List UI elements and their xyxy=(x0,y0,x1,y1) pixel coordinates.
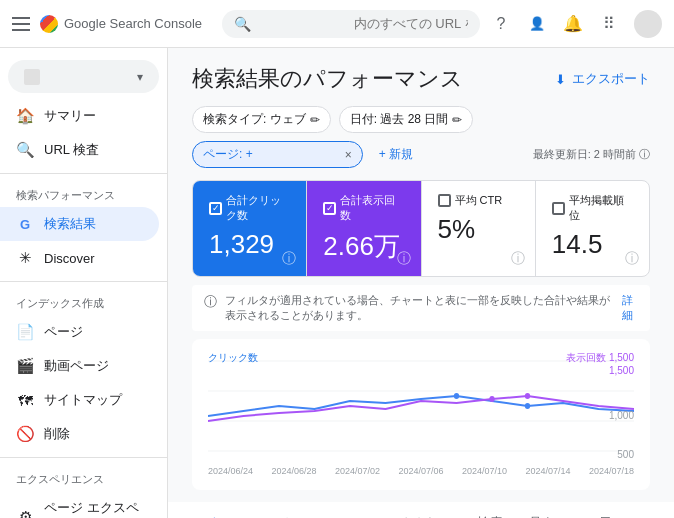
sidebar-item-label: 削除 xyxy=(44,425,70,443)
sidebar-item-search-results[interactable]: G 検索結果 xyxy=(0,207,159,241)
header-icons: ? 👤 🔔 ⠿ xyxy=(490,10,662,38)
sidebar-item-label: サマリー xyxy=(44,107,96,125)
remove-icon: 🚫 xyxy=(16,425,34,443)
metric-info-icon[interactable]: ⓘ xyxy=(282,250,296,268)
metric-card-position: 平均掲載順位 14.5 ⓘ xyxy=(536,181,649,276)
sidebar-item-label: サイトマップ xyxy=(44,391,122,409)
export-button[interactable]: ⬇ エクスポート xyxy=(555,70,650,88)
svg-point-6 xyxy=(489,396,494,402)
info-icon: ⓘ xyxy=(204,293,217,311)
search-bar[interactable]: 🔍 xyxy=(222,10,480,38)
sidebar-item-page-experience[interactable]: ⚙ ページ エクスペリエンス xyxy=(0,491,159,518)
search-performance-section-header: 検索パフォーマンス xyxy=(0,180,167,207)
sidebar-item-discover[interactable]: ✳ Discover xyxy=(0,241,159,275)
discover-icon: ✳ xyxy=(16,249,34,267)
filter-chip-date[interactable]: 日付: 過去 28 日間 ✏ xyxy=(339,106,474,133)
info-bar: ⓘ フィルタが適用されている場合、チャートと表に一部を反映した合計や結果が表示さ… xyxy=(192,285,650,331)
tab-pages[interactable]: ページ xyxy=(262,502,332,518)
ctr-checkbox[interactable] xyxy=(438,194,451,207)
sidebar-nav: 🏠 サマリー 🔍 URL 検査 検索パフォーマンス G 検索結果 ✳ Disco… xyxy=(0,97,167,518)
google-logo-icon xyxy=(40,15,58,33)
chart-y-bottom: 500 xyxy=(617,449,634,460)
metric-info-icon[interactable]: ⓘ xyxy=(511,250,525,268)
sitemap-icon: 🗺 xyxy=(16,391,34,409)
tabs-row: クエリ ページ 国 デバイス 検索での見え方 日付 ≡ xyxy=(168,502,674,518)
x-label-2: 2024/07/02 xyxy=(335,466,380,476)
info-icon: ⓘ xyxy=(639,148,650,160)
sidebar-item-video-pages[interactable]: 🎬 動画ページ xyxy=(0,349,159,383)
tab-devices[interactable]: デバイス xyxy=(378,502,461,518)
tab-queries[interactable]: クエリ xyxy=(192,502,262,518)
metric-card-clicks: 合計クリック数 1,329 ⓘ xyxy=(193,181,307,276)
download-icon: ⬇ xyxy=(555,72,566,87)
tab-search-appearance[interactable]: 検索での見え方 xyxy=(461,502,583,518)
chart-y-label-impressions: 表示回数 1,500 1,500 xyxy=(566,351,634,376)
clicks-checkbox[interactable] xyxy=(209,202,222,215)
metric-card-ctr: 平均 CTR 5% ⓘ xyxy=(422,181,536,276)
page-header: 検索結果のパフォーマンス ⬇ エクスポート xyxy=(168,48,674,106)
metric-card-impressions: 合計表示回数 2.66万 ⓘ xyxy=(307,181,421,276)
metric-info-icon[interactable]: ⓘ xyxy=(397,250,411,268)
metric-value-position: 14.5 xyxy=(552,229,633,260)
new-filter-button[interactable]: + 新規 xyxy=(371,142,421,167)
info-link[interactable]: 詳細 xyxy=(622,293,638,323)
home-icon: 🏠 xyxy=(16,107,34,125)
svg-point-5 xyxy=(525,403,530,409)
metric-label-impressions: 合計表示回数 xyxy=(323,193,404,223)
edit-icon: ✏ xyxy=(452,113,462,127)
filter-chip-page[interactable]: ページ: + × xyxy=(192,141,363,168)
sidebar-item-label: 動画ページ xyxy=(44,357,109,375)
impressions-checkbox[interactable] xyxy=(323,202,336,215)
sidebar-divider-3 xyxy=(0,457,167,458)
x-label-5: 2024/07/14 xyxy=(525,466,570,476)
property-selector[interactable]: ▾ xyxy=(8,60,159,93)
top-header: Google Search Console 🔍 ? 👤 🔔 ⠿ xyxy=(0,0,674,48)
filter-label: 日付: 過去 28 日間 xyxy=(350,111,449,128)
property-name xyxy=(46,68,131,85)
sidebar-divider xyxy=(0,173,167,174)
metric-value-ctr: 5% xyxy=(438,214,519,245)
svg-point-7 xyxy=(525,393,530,399)
new-filter-label: + 新規 xyxy=(379,146,413,163)
x-label-3: 2024/07/06 xyxy=(398,466,443,476)
tab-dates[interactable]: 日付 xyxy=(583,502,641,518)
metrics-row: 合計クリック数 1,329 ⓘ 合計表示回数 2.66万 ⓘ 平均 CTR 5% xyxy=(192,180,650,277)
metric-value-clicks: 1,329 xyxy=(209,229,290,260)
user-icon[interactable]: 👤 xyxy=(526,13,548,35)
google-g-icon: G xyxy=(16,215,34,233)
sidebar-item-pages[interactable]: 📄 ページ xyxy=(0,315,159,349)
sidebar-item-label: URL 検査 xyxy=(44,141,99,159)
sidebar-item-url-inspection[interactable]: 🔍 URL 検査 xyxy=(0,133,159,167)
page-icon: 📄 xyxy=(16,323,34,341)
chevron-down-icon: ▾ xyxy=(137,70,143,84)
menu-button[interactable] xyxy=(12,17,30,31)
sidebar-item-removals[interactable]: 🚫 削除 xyxy=(0,417,159,451)
sidebar-item-label: ページ xyxy=(44,323,83,341)
search-input[interactable] xyxy=(259,16,468,31)
help-icon[interactable]: ? xyxy=(490,13,512,35)
remove-filter-icon[interactable]: × xyxy=(345,148,352,162)
x-label-6: 2024/07/18 xyxy=(589,466,634,476)
bell-icon[interactable]: 🔔 xyxy=(562,13,584,35)
avatar[interactable] xyxy=(634,10,662,38)
x-label-4: 2024/07/10 xyxy=(462,466,507,476)
filter-label: 検索タイプ: ウェブ xyxy=(203,111,306,128)
chart-y-mid: 1,000 xyxy=(609,409,634,420)
position-checkbox[interactable] xyxy=(552,202,565,215)
filter-bar: 検索タイプ: ウェブ ✏ 日付: 過去 28 日間 ✏ ページ: + × + 新… xyxy=(168,106,674,180)
metric-label-ctr: 平均 CTR xyxy=(438,193,519,208)
filter-chip-search-type[interactable]: 検索タイプ: ウェブ ✏ xyxy=(192,106,331,133)
page-title: 検索結果のパフォーマンス xyxy=(192,64,463,94)
app-name: Google Search Console xyxy=(64,16,202,31)
sidebar-item-label: ページ エクスペリエンス xyxy=(44,499,143,518)
tab-countries[interactable]: 国 xyxy=(333,511,378,518)
sidebar-item-summary[interactable]: 🏠 サマリー xyxy=(0,99,159,133)
sidebar-item-label: 検索結果 xyxy=(44,215,96,233)
edit-icon: ✏ xyxy=(310,113,320,127)
filter-label: ページ: + xyxy=(203,146,337,163)
apps-icon[interactable]: ⠿ xyxy=(598,13,620,35)
chart-x-labels: 2024/06/24 2024/06/28 2024/07/02 2024/07… xyxy=(208,464,634,478)
metric-info-icon[interactable]: ⓘ xyxy=(625,250,639,268)
export-label: エクスポート xyxy=(572,70,650,88)
sidebar-item-sitemap[interactable]: 🗺 サイトマップ xyxy=(0,383,159,417)
